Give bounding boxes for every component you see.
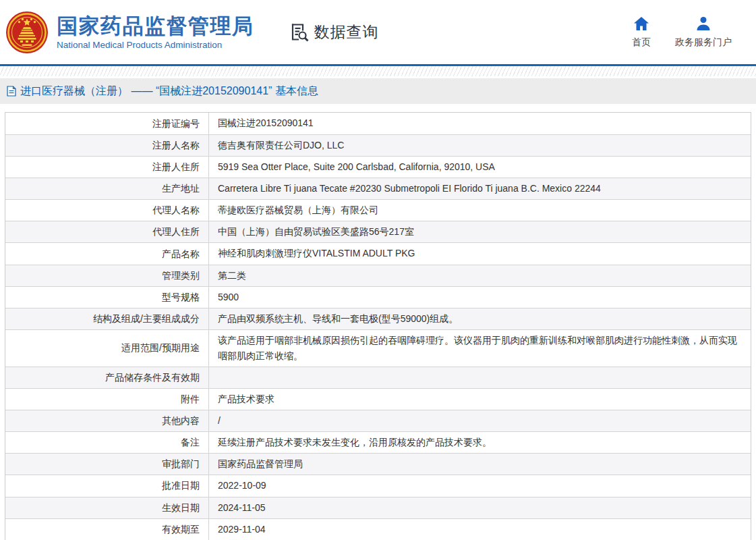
row-value: 中国（上海）自由贸易试验区美盛路56号217室 [208,221,751,242]
hatch-strip [0,66,756,76]
user-icon [695,16,711,31]
row-label: 产品储存条件及有效期 [5,367,208,388]
row-value: 5919 Sea Otter Place, Suite 200 Carlsbad… [208,157,751,178]
table-row: 代理人名称 蒂捷欧医疗器械贸易（上海）有限公司 [5,199,751,221]
row-label: 管理类别 [5,265,208,286]
row-label: 代理人名称 [5,200,208,221]
row-label: 其他内容 [5,410,208,431]
row-label: 备注 [5,432,208,453]
table-row: 有效期至 2029-11-04 [5,518,751,540]
row-value: 德吉奥有限责任公司DJO, LLC [208,135,751,156]
nav-gov-portal[interactable]: 政务服务门户 [675,16,732,49]
table-row: 结构及组成/主要组成成分 产品由双频系统主机、导线和一套电极(型号59000)组… [5,308,751,329]
row-value: 神经和肌肉刺激理疗仪VITALSTIM ADULT PKG [208,243,751,264]
row-value: 2022-10-09 [208,475,751,496]
table-row: 注册人名称 德吉奥有限责任公司DJO, LLC [5,134,751,156]
site-header: 国家药品监督管理局 National Medical Products Admi… [0,0,756,64]
table-row: 适用范围/预期用途 该产品适用于咽部非机械原因损伤引起的吞咽障碍理疗。该仪器用于… [5,329,751,367]
row-value: 2029-11-04 [208,519,751,540]
table-row: 审批部门 国家药品监督管理局 [5,453,751,475]
table-row: 注册人住所 5919 Sea Otter Place, Suite 200 Ca… [5,156,751,178]
nav-gov-portal-label: 政务服务门户 [675,36,732,49]
row-value: 第二类 [208,265,751,286]
row-value: 产品由双频系统主机、导线和一套电极(型号59000)组成。 [208,308,751,329]
row-value: 产品技术要求 [208,389,751,410]
row-label: 生产地址 [5,178,208,199]
row-label: 适用范围/预期用途 [5,330,208,367]
table-row: 附件 产品技术要求 [5,388,751,410]
row-label: 结构及组成/主要组成成分 [5,308,208,329]
row-value: Carretera Libre Ti juana Tecate #20230 S… [208,178,751,199]
row-label: 附件 [5,389,208,410]
row-value: 2024-11-05 [208,497,751,518]
row-value: 国械注进20152090141 [208,113,751,134]
row-value: 该产品适用于咽部非机械原因损伤引起的吞咽障碍理疗。该仪器用于肌肉的重新训练和对喉… [208,330,751,367]
data-query-link[interactable]: 数据查询 [289,22,379,43]
row-label: 注册人名称 [5,135,208,156]
row-label: 有效期至 [5,519,208,540]
row-label: 批准日期 [5,475,208,496]
table-row: 产品储存条件及有效期 [5,367,751,388]
row-label: 产品名称 [5,243,208,264]
row-label: 生效日期 [5,497,208,518]
table-row: 管理类别 第二类 [5,265,751,286]
document-search-icon [289,22,310,43]
nav-home-label: 首页 [632,36,651,49]
page: 国家药品监督管理局 National Medical Products Admi… [0,0,756,540]
row-label: 型号规格 [5,287,208,308]
row-value: / [208,410,751,431]
org-name-cn: 国家药品监督管理局 [57,14,254,38]
row-value [208,367,751,388]
nmpa-logo[interactable]: 国家药品监督管理局 National Medical Products Admi… [5,10,254,55]
table-row: 生产地址 Carretera Libre Ti juana Tecate #20… [5,178,751,199]
org-name-en: National Medical Products Administration [57,40,254,50]
data-query-label: 数据查询 [314,22,379,43]
brand-text: 国家药品监督管理局 National Medical Products Admi… [57,14,254,51]
table-row: 代理人住所 中国（上海）自由贸易试验区美盛路56号217室 [5,221,751,242]
page-icon [7,86,16,97]
table-row: 型号规格 5900 [5,286,751,308]
breadcrumb: 进口医疗器械（注册） —— “国械注进20152090141” 基本信息 [0,78,756,104]
table-row: 生效日期 2024-11-05 [5,497,751,518]
breadcrumb-text: 进口医疗器械（注册） —— “国械注进20152090141” 基本信息 [20,84,318,99]
row-value: 延续注册产品技术要求未发生变化，沿用原核发的产品技术要求。 [208,432,751,453]
national-emblem-icon [5,10,49,55]
table-row: 批准日期 2022-10-09 [5,475,751,496]
row-label: 审批部门 [5,454,208,475]
header-nav: 首页 政务服务门户 [632,16,756,49]
home-icon [633,16,649,31]
row-value: 蒂捷欧医疗器械贸易（上海）有限公司 [208,200,751,221]
row-label: 代理人住所 [5,221,208,242]
row-label: 注册人住所 [5,157,208,178]
table-row: 产品名称 神经和肌肉刺激理疗仪VITALSTIM ADULT PKG [5,242,751,264]
table-row: 备注 延续注册产品技术要求未发生变化，沿用原核发的产品技术要求。 [5,431,751,453]
table-row: 注册证编号 国械注进20152090141 [5,113,751,134]
nav-home[interactable]: 首页 [632,16,651,49]
info-table: 注册证编号 国械注进20152090141 注册人名称 德吉奥有限责任公司DJO… [5,112,751,540]
row-value: 5900 [208,287,751,308]
table-row: 其他内容 / [5,410,751,431]
row-label: 注册证编号 [5,113,208,134]
row-value: 国家药品监督管理局 [208,454,751,475]
